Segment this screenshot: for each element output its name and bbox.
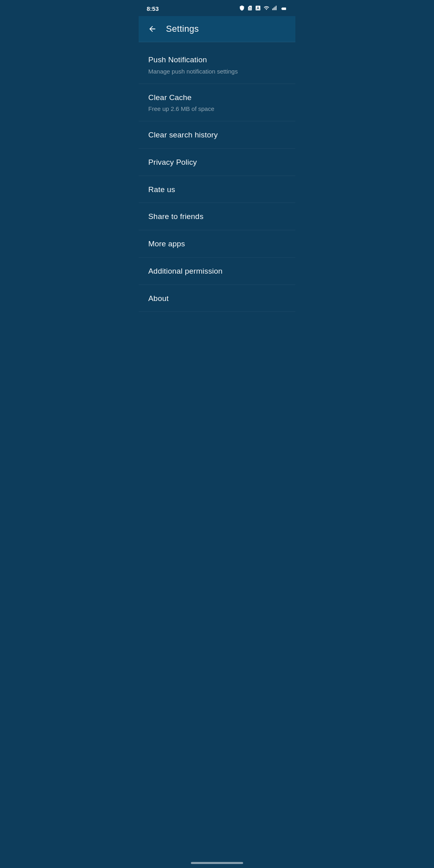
settings-item-more-apps[interactable]: More apps bbox=[139, 230, 295, 258]
back-arrow-icon bbox=[148, 25, 157, 33]
status-icons bbox=[239, 5, 287, 12]
about-title: About bbox=[148, 294, 286, 304]
svg-rect-0 bbox=[272, 8, 273, 10]
clear-cache-title: Clear Cache bbox=[148, 93, 286, 103]
settings-item-privacy-policy[interactable]: Privacy Policy bbox=[139, 149, 295, 176]
additional-permission-title: Additional permission bbox=[148, 266, 286, 276]
wifi-icon bbox=[263, 5, 270, 12]
svg-rect-2 bbox=[274, 6, 275, 10]
settings-list: Push Notification Manage push notificati… bbox=[139, 42, 295, 316]
app-bar: Settings bbox=[139, 16, 295, 42]
svg-rect-3 bbox=[276, 6, 276, 10]
settings-item-clear-search-history[interactable]: Clear search history bbox=[139, 121, 295, 149]
shield-icon bbox=[239, 5, 245, 12]
settings-item-about[interactable]: About bbox=[139, 285, 295, 312]
rate-us-title: Rate us bbox=[148, 185, 286, 195]
signal-icon bbox=[272, 5, 278, 12]
privacy-policy-title: Privacy Policy bbox=[148, 158, 286, 168]
settings-item-push-notification[interactable]: Push Notification Manage push notificati… bbox=[139, 46, 295, 84]
status-bar: 8:53 bbox=[139, 0, 295, 16]
page-title: Settings bbox=[166, 24, 199, 34]
push-notification-title: Push Notification bbox=[148, 55, 286, 65]
share-to-friends-title: Share to friends bbox=[148, 212, 286, 222]
clear-search-history-title: Clear search history bbox=[148, 130, 286, 140]
battery-icon bbox=[280, 5, 287, 12]
clear-cache-subtitle: Free up 2.6 MB of space bbox=[148, 104, 286, 113]
push-notification-subtitle: Manage push notification settings bbox=[148, 67, 286, 76]
settings-item-share-to-friends[interactable]: Share to friends bbox=[139, 203, 295, 230]
more-apps-title: More apps bbox=[148, 239, 286, 249]
settings-item-rate-us[interactable]: Rate us bbox=[139, 176, 295, 203]
status-time: 8:53 bbox=[147, 5, 159, 12]
settings-item-additional-permission[interactable]: Additional permission bbox=[139, 258, 295, 285]
font-download-icon bbox=[255, 5, 261, 12]
svg-rect-1 bbox=[274, 7, 274, 10]
back-button[interactable] bbox=[145, 22, 160, 36]
sim-card-icon bbox=[247, 5, 253, 12]
settings-item-clear-cache[interactable]: Clear Cache Free up 2.6 MB of space bbox=[139, 84, 295, 122]
